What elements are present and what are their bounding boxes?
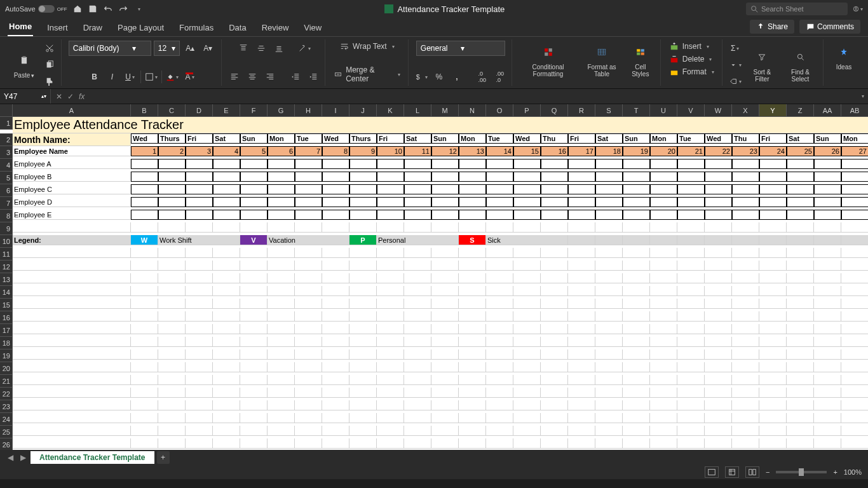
col-header[interactable]: AB xyxy=(841,104,868,117)
empty-cell[interactable] xyxy=(404,261,431,271)
empty-cell[interactable] xyxy=(677,375,705,385)
empty-cell[interactable] xyxy=(158,299,186,309)
empty-cell[interactable] xyxy=(677,413,705,423)
empty-cell[interactable] xyxy=(349,324,377,334)
align-left-icon[interactable] xyxy=(227,69,242,85)
empty-cell[interactable] xyxy=(213,337,240,347)
attendance-cell[interactable] xyxy=(240,172,268,182)
tab-home[interactable]: Home xyxy=(8,18,33,36)
attendance-cell[interactable] xyxy=(186,197,213,207)
empty-cell[interactable] xyxy=(322,388,349,398)
empty-cell[interactable] xyxy=(349,413,377,423)
empty-cell[interactable] xyxy=(459,400,486,410)
legend-fill-cell[interactable] xyxy=(705,235,732,245)
select-all-corner[interactable] xyxy=(0,104,13,117)
empty-cell[interactable] xyxy=(13,299,131,309)
legend-code-cell[interactable]: W xyxy=(131,235,158,245)
attendance-cell[interactable] xyxy=(404,197,431,207)
attendance-cell[interactable] xyxy=(213,159,240,169)
day-number-cell[interactable]: 24 xyxy=(759,146,787,156)
empty-cell[interactable] xyxy=(677,286,705,296)
empty-cell[interactable] xyxy=(404,273,431,283)
attendance-cell[interactable] xyxy=(459,197,486,207)
col-header[interactable]: K xyxy=(377,104,404,117)
attendance-cell[interactable] xyxy=(787,210,814,220)
empty-cell[interactable] xyxy=(841,311,868,322)
tab-view[interactable]: View xyxy=(302,19,323,36)
empty-cell[interactable] xyxy=(322,438,349,449)
empty-cell[interactable] xyxy=(677,299,705,309)
empty-cell[interactable] xyxy=(322,311,349,322)
empty-cell[interactable] xyxy=(541,426,568,436)
empty-cell[interactable] xyxy=(486,261,513,271)
empty-cell[interactable] xyxy=(759,337,787,347)
attendance-cell[interactable] xyxy=(268,159,295,169)
empty-cell[interactable] xyxy=(787,248,814,258)
empty-cell[interactable] xyxy=(13,261,131,271)
empty-cell[interactable] xyxy=(322,299,349,309)
delete-button[interactable]: Delete xyxy=(666,53,718,65)
empty-cell[interactable] xyxy=(623,299,650,309)
empty-cell[interactable] xyxy=(377,413,404,423)
empty-cell[interactable] xyxy=(431,438,459,449)
legend-text-cell[interactable]: Personal xyxy=(377,235,459,245)
row-header[interactable]: 15 xyxy=(0,299,13,311)
day-header-cell[interactable]: Wed xyxy=(705,133,732,144)
attendance-cell[interactable] xyxy=(486,172,513,182)
legend-fill-cell[interactable] xyxy=(814,235,841,245)
empty-cell[interactable] xyxy=(814,438,841,449)
empty-cell[interactable] xyxy=(623,362,650,372)
empty-cell[interactable] xyxy=(213,400,240,410)
attendance-cell[interactable] xyxy=(541,210,568,220)
day-header-cell[interactable]: Sun xyxy=(814,133,841,144)
empty-cell[interactable] xyxy=(158,362,186,372)
empty-cell[interactable] xyxy=(186,400,213,410)
empty-cell[interactable] xyxy=(13,388,131,398)
empty-cell[interactable] xyxy=(240,248,268,258)
empty-cell[interactable] xyxy=(404,337,431,347)
empty-cell[interactable] xyxy=(459,375,486,385)
empty-cell[interactable] xyxy=(623,324,650,334)
empty-cell[interactable] xyxy=(431,299,459,309)
empty-cell[interactable] xyxy=(186,388,213,398)
empty-cell[interactable] xyxy=(486,388,513,398)
attendance-cell[interactable] xyxy=(541,184,568,194)
currency-icon[interactable]: $ xyxy=(414,69,429,85)
attendance-cell[interactable] xyxy=(787,197,814,207)
empty-cell[interactable] xyxy=(377,299,404,309)
empty-cell[interactable] xyxy=(431,311,459,322)
empty-cell[interactable] xyxy=(13,311,131,322)
empty-cell[interactable] xyxy=(13,362,131,372)
day-number-cell[interactable]: 26 xyxy=(814,146,841,156)
font-size-select[interactable]: 12▾ xyxy=(154,41,180,56)
attendance-cell[interactable] xyxy=(568,172,595,182)
empty-cell[interactable] xyxy=(240,324,268,334)
empty-cell[interactable] xyxy=(268,324,295,334)
attendance-cell[interactable] xyxy=(322,197,349,207)
empty-cell[interactable] xyxy=(732,438,759,449)
empty-cell[interactable] xyxy=(295,311,322,322)
col-header[interactable]: E xyxy=(213,104,240,117)
empty-cell[interactable] xyxy=(787,413,814,423)
empty-cell[interactable] xyxy=(295,286,322,296)
attendance-cell[interactable] xyxy=(623,159,650,169)
zoom-in-button[interactable]: + xyxy=(833,468,837,476)
empty-cell[interactable] xyxy=(787,299,814,309)
attendance-cell[interactable] xyxy=(186,159,213,169)
underline-button[interactable]: U xyxy=(123,69,138,85)
legend-fill-cell[interactable] xyxy=(841,235,868,245)
empty-cell[interactable] xyxy=(814,388,841,398)
day-number-cell[interactable]: 3 xyxy=(186,146,213,156)
empty-cell[interactable] xyxy=(431,413,459,423)
empty-cell[interactable] xyxy=(623,261,650,271)
empty-cell[interactable] xyxy=(595,311,623,322)
empty-cell[interactable] xyxy=(513,438,541,449)
empty-cell[interactable] xyxy=(759,222,787,233)
empty-cell[interactable] xyxy=(814,324,841,334)
empty-cell[interactable] xyxy=(732,349,759,360)
row-header[interactable]: 4 xyxy=(0,159,13,172)
empty-cell[interactable] xyxy=(759,438,787,449)
legend-fill-cell[interactable] xyxy=(623,235,650,245)
empty-cell[interactable] xyxy=(705,426,732,436)
empty-cell[interactable] xyxy=(377,362,404,372)
